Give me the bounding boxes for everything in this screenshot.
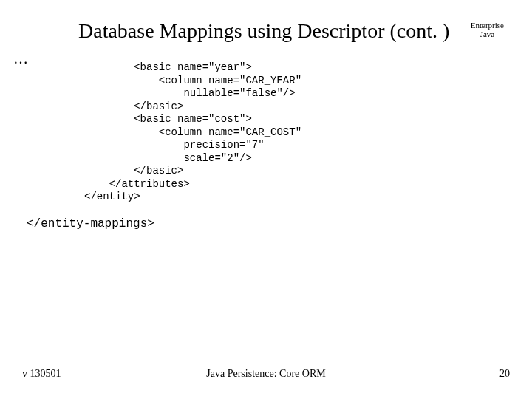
xml-closing-tag: </entity-mappings> [27,217,510,231]
corner-label-line2: Java [471,30,504,38]
corner-label-line1: Enterprise [471,21,504,30]
xml-code-block: <basic name="year"> <column name="CAR_YE… [84,61,510,204]
slide: Database Mappings using Descriptor (cont… [0,0,532,399]
footer: v 130501 Java Persistence: Core ORM 20 [22,368,510,380]
header-row: Database Mappings using Descriptor (cont… [22,19,510,43]
footer-title: Java Persistence: Core ORM [206,368,325,380]
footer-page-number: 20 [499,368,510,380]
page-title: Database Mappings using Descriptor (cont… [78,19,449,43]
footer-version: v 130501 [22,368,61,380]
corner-label: Enterprise Java [471,21,504,38]
